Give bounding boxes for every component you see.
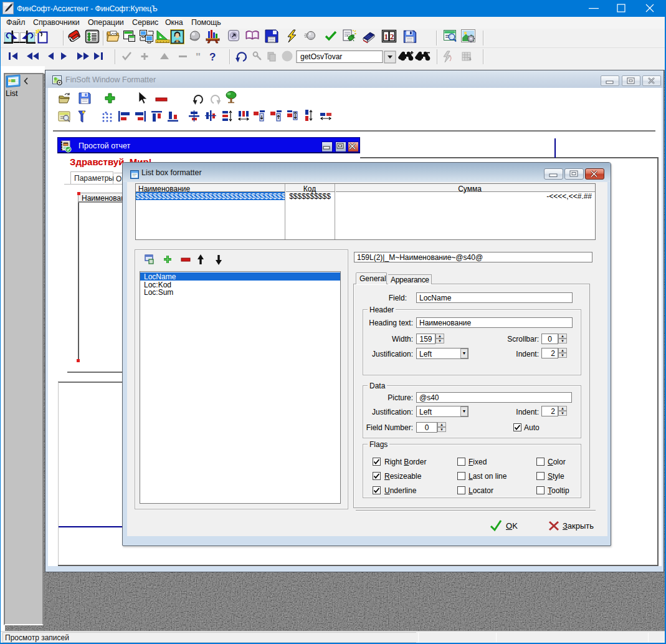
svg-text:1: 1 bbox=[384, 32, 388, 41]
svg-text:getOsvTovar: getOsvTovar bbox=[300, 52, 342, 61]
svg-text:": " bbox=[196, 51, 201, 63]
svg-text:2: 2 bbox=[390, 32, 394, 41]
svg-text:?: ? bbox=[209, 51, 216, 63]
